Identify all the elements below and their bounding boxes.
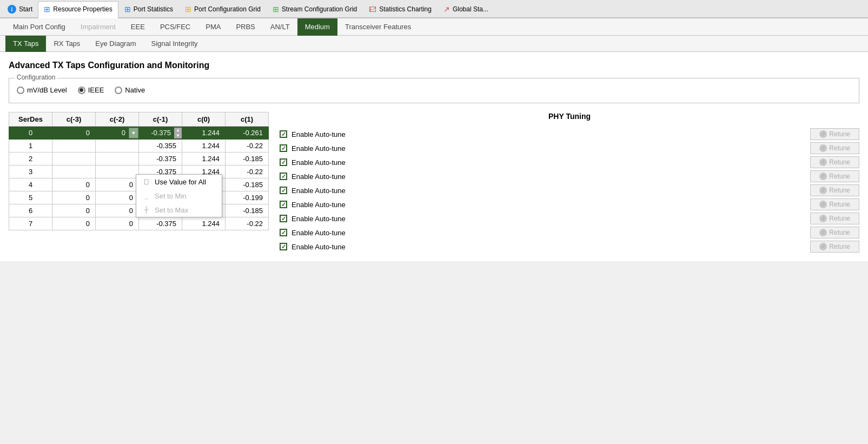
cell-c-neg2-0[interactable]: 0 ▼	[96, 127, 139, 140]
spinner-btns-0: ▲ ▼	[174, 128, 182, 138]
spinner-down-0[interactable]: ▼	[174, 133, 182, 138]
cell-c-neg3-7[interactable]: 0	[52, 217, 96, 230]
retune-btn-6[interactable]: ↺ Retune	[810, 213, 859, 224]
dropdown-arrow-btn-0[interactable]: ▼	[129, 128, 138, 138]
cell-c1-2[interactable]: -0.185	[226, 153, 269, 165]
cell-c0-0[interactable]: 1.244	[182, 127, 226, 140]
tab-port-statistics-label: Port Statistics	[134, 5, 173, 13]
checkbox-auto-tune-7[interactable]	[280, 229, 287, 236]
retune-icon-3: ↺	[819, 173, 827, 180]
checkbox-auto-tune-3[interactable]	[280, 173, 287, 180]
cell-c-neg3-1[interactable]	[52, 140, 96, 153]
retune-btn-5[interactable]: ↺ Retune	[810, 198, 859, 210]
retune-btn-7[interactable]: ↺ Retune	[810, 227, 859, 238]
tab-rx-taps-label: RX Taps	[54, 39, 80, 48]
retune-btn-4[interactable]: ↺ Retune	[810, 184, 859, 196]
tab-prbs[interactable]: PRBS	[228, 18, 262, 36]
configuration-group: Configuration mV/dB Level IEEE Native	[9, 78, 859, 103]
tab-transceiver-features[interactable]: Transceiver Features	[337, 18, 419, 36]
tab-global-stats[interactable]: ↗ Global Sta...	[438, 1, 494, 17]
cell-c-neg2-6[interactable]: 0	[96, 204, 139, 217]
tab-port-config-grid-label: Port Configuration Grid	[194, 5, 261, 13]
cell-c1-1[interactable]: -0.22	[226, 140, 269, 153]
radio-mv-db[interactable]: mV/dB Level	[17, 86, 67, 94]
spinner-up-0[interactable]: ▲	[174, 128, 182, 133]
col-header-c1: c(1)	[226, 112, 269, 127]
retune-btn-8[interactable]: ↺ Retune	[810, 241, 859, 253]
retune-btn-3[interactable]: ↺ Retune	[810, 170, 859, 182]
cell-c1-4[interactable]: -0.185	[226, 178, 269, 191]
tab-pma[interactable]: PMA	[198, 18, 228, 36]
tab-stream-config-grid[interactable]: ⊞ Stream Configuration Grid	[267, 1, 363, 17]
table-icon: ⊞	[124, 5, 131, 14]
cell-c-neg1-7[interactable]: -0.375	[139, 217, 182, 230]
cell-c-neg1-1[interactable]: -0.355	[139, 140, 182, 153]
cell-c-neg2-2[interactable]	[96, 153, 139, 165]
tab-impairment: Impairment	[73, 18, 123, 36]
cell-c-neg3-0[interactable]: 0	[52, 127, 96, 140]
retune-btn-0[interactable]: ↺ Retune	[810, 128, 859, 140]
checkbox-auto-tune-1[interactable]	[280, 144, 287, 152]
checkbox-auto-tune-0[interactable]	[280, 130, 287, 138]
table-container: SerDes c(-3) c(-2) c(-1) c(0) c(1) 0 0	[9, 112, 859, 253]
tab-impairment-label: Impairment	[81, 23, 116, 31]
tab-statistics-charting[interactable]: 🗠 Statistics Charting	[363, 1, 438, 17]
retune-btn-2[interactable]: ↺ Retune	[810, 156, 859, 168]
cell-c-neg3-3[interactable]	[52, 165, 96, 178]
cell-c1-7[interactable]: -0.22	[226, 217, 269, 230]
grid-icon: ⊞	[44, 5, 50, 14]
tab-resource-properties[interactable]: ⊞ Resource Properties	[38, 1, 118, 18]
tab-port-statistics[interactable]: ⊞ Port Statistics	[118, 1, 179, 17]
radio-native-label: Native	[125, 86, 145, 94]
cell-c0-7[interactable]: 1.244	[182, 217, 226, 230]
tab-pcs-fec[interactable]: PCS/FEC	[153, 18, 198, 36]
tab-rx-taps[interactable]: RX Taps	[46, 36, 88, 52]
checkbox-auto-tune-4[interactable]	[280, 187, 287, 194]
retune-icon-6: ↺	[819, 215, 827, 222]
tab-eee[interactable]: EEE	[123, 18, 153, 36]
retune-btn-1[interactable]: ↺ Retune	[810, 142, 859, 154]
cell-c-neg3-6[interactable]: 0	[52, 204, 96, 217]
dropdown-cell-0: 0 ▼	[96, 127, 138, 139]
cell-c0-1[interactable]: 1.244	[182, 140, 226, 153]
cell-c-neg2-3[interactable]	[96, 165, 139, 178]
cell-c1-0[interactable]: -0.261	[226, 127, 269, 140]
phy-row-3: Enable Auto-tune ↺ Retune	[280, 170, 859, 182]
top-tab-bar: i Start ⊞ Resource Properties ⊞ Port Sta…	[0, 0, 868, 18]
tab-an-lt[interactable]: AN/LT	[263, 18, 297, 36]
cell-c-neg3-5[interactable]: 0	[52, 191, 96, 204]
cell-c-neg1-2[interactable]: -0.375	[139, 153, 182, 165]
cell-c1-3[interactable]: -0.22	[226, 165, 269, 178]
cell-c-neg3-4[interactable]: 0	[52, 178, 96, 191]
checkbox-auto-tune-6[interactable]	[280, 215, 287, 222]
radio-ieee-label: IEEE	[88, 86, 104, 94]
context-menu-use-value[interactable]: ⎕ Use Value for All	[136, 175, 222, 189]
tab-prbs-label: PRBS	[236, 23, 255, 31]
tab-tx-taps[interactable]: TX Taps	[5, 36, 46, 52]
tab-start[interactable]: i Start	[2, 1, 38, 17]
cell-c-neg2-1[interactable]	[96, 140, 139, 153]
cell-c1-6[interactable]: -0.185	[226, 204, 269, 217]
cell-c1-5[interactable]: -0.199	[226, 191, 269, 204]
tab-signal-integrity[interactable]: Signal Integrity	[144, 36, 206, 52]
tab-main-port-config[interactable]: Main Port Config	[5, 18, 73, 36]
cell-c-neg1-0[interactable]: -0.375 ▲ ▼	[139, 127, 182, 140]
phy-row-0: Enable Auto-tune ↺ Retune	[280, 128, 859, 140]
checkbox-auto-tune-8[interactable]	[280, 243, 287, 250]
cell-c-neg2-5[interactable]: 0	[96, 191, 139, 204]
retune-icon-1: ↺	[819, 144, 827, 152]
second-tab-bar: Main Port Config Impairment EEE PCS/FEC …	[0, 18, 868, 36]
tab-eee-label: EEE	[131, 23, 145, 31]
cell-c-neg2-4[interactable]: 0	[96, 178, 139, 191]
checkbox-auto-tune-5[interactable]	[280, 201, 287, 208]
tab-port-config-grid[interactable]: ⊞ Port Configuration Grid	[179, 1, 267, 17]
tab-eye-diagram[interactable]: Eye Diagram	[88, 36, 143, 52]
col-header-c-neg1: c(-1)	[139, 112, 182, 127]
cell-c-neg2-7[interactable]: 0	[96, 217, 139, 230]
radio-ieee[interactable]: IEEE	[78, 86, 104, 94]
cell-c0-2[interactable]: 1.244	[182, 153, 226, 165]
radio-native[interactable]: Native	[115, 86, 145, 94]
cell-c-neg3-2[interactable]	[52, 153, 96, 165]
checkbox-auto-tune-2[interactable]	[280, 158, 287, 166]
tab-medium[interactable]: Medium	[297, 18, 337, 36]
